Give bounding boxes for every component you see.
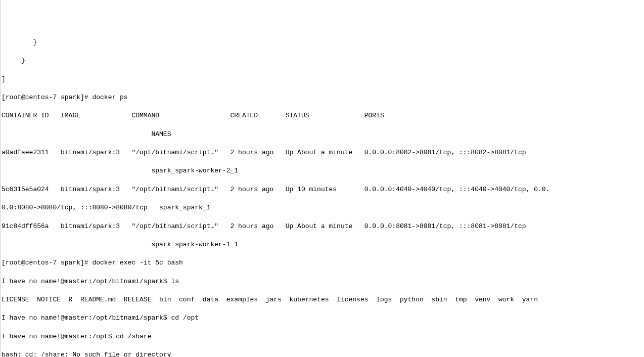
docker-ps-header-names: NAMES: [2, 130, 643, 139]
docker-container-row: 5c6315e5a024 bitnami/spark:3 "/opt/bitna…: [2, 185, 643, 194]
docker-container-row: a0adfaee2311 bitnami/spark:3 "/opt/bitna…: [2, 148, 643, 157]
docker-container-name: spark_spark-worker-2_1: [2, 166, 643, 175]
shell-prompt[interactable]: I have no name!@master:/opt/bitnami/spar…: [2, 277, 643, 286]
bash-error: bash: cd: /share: No such file or direct…: [2, 350, 643, 357]
code-line: }: [2, 56, 643, 65]
shell-prompt[interactable]: [root@centos-7 spark]# docker ps: [2, 93, 643, 102]
ls-output: LICENSE NOTICE R README.md RELEASE bin c…: [2, 295, 643, 304]
code-line: }: [2, 38, 643, 47]
shell-prompt[interactable]: [root@centos-7 spark]# docker exec -it 5…: [2, 258, 643, 267]
shell-prompt[interactable]: I have no name!@master:/opt$ cd /share: [2, 332, 643, 341]
docker-container-row: 91c84dff656a bitnami/spark:3 "/opt/bitna…: [2, 222, 643, 231]
docker-ps-header: CONTAINER ID IMAGE COMMAND CREATED STATU…: [2, 111, 643, 120]
code-line: ]: [2, 75, 643, 84]
shell-prompt[interactable]: I have no name!@master:/opt/bitnami/spar…: [2, 314, 643, 323]
docker-container-name: 0.0:8080->8080/tcp, :::8080->8080/tcp sp…: [2, 203, 643, 212]
docker-container-name: spark_spark-worker-1_1: [2, 240, 643, 249]
